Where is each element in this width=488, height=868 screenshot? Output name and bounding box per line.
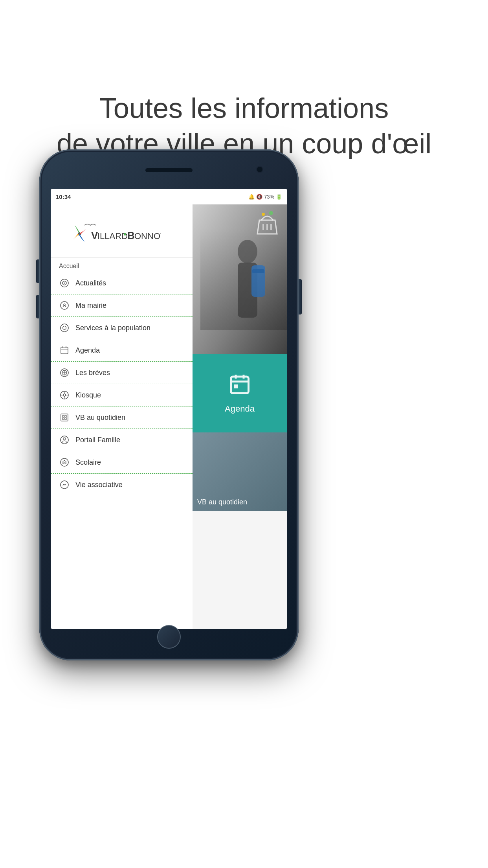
svg-rect-37 <box>252 269 264 273</box>
menu-item-vb-quotidien[interactable]: VB au quotidien <box>51 406 193 429</box>
menu-item-scolaire[interactable]: Scolaire <box>51 451 193 474</box>
home-button[interactable] <box>157 625 181 649</box>
agenda-label: Agenda <box>75 346 100 355</box>
svg-point-28 <box>63 438 66 440</box>
quotidien-tile[interactable]: VB au quotidien <box>193 432 287 511</box>
volume-up-button <box>36 259 39 283</box>
actualites-icon <box>59 278 70 289</box>
drawer-panel: V ILLARD B ONNOT Accueil <box>51 204 193 629</box>
status-time: 10:34 <box>56 193 71 200</box>
svg-text:B: B <box>127 230 135 241</box>
svg-point-21 <box>63 394 66 396</box>
agenda-tile-content: Agenda <box>225 373 255 414</box>
battery-icon: 🔋 <box>276 194 282 200</box>
breves-icon <box>59 367 70 378</box>
svg-rect-38 <box>231 377 248 394</box>
status-bar: 10:34 🔔 🔇 73% 🔋 <box>51 189 287 204</box>
kiosque-label: Kiosque <box>75 391 101 399</box>
vb-quotidien-icon <box>59 412 70 423</box>
menu-section-header: Accueil <box>51 258 193 272</box>
vie-associative-label: Vie associative <box>75 481 123 489</box>
mairie-icon <box>59 300 70 311</box>
svg-rect-23 <box>62 416 64 417</box>
svg-text:ONNOT: ONNOT <box>134 231 161 241</box>
menu-item-agenda[interactable]: Agenda <box>51 339 193 362</box>
svg-point-11 <box>61 324 68 332</box>
breves-label: Les brèves <box>75 369 110 377</box>
actualites-label: Actualités <box>75 279 106 287</box>
status-right: 🔔 🔇 73% 🔋 <box>248 194 282 200</box>
camera <box>256 166 263 173</box>
svg-rect-24 <box>65 416 66 417</box>
svg-rect-30 <box>64 463 65 464</box>
svg-rect-25 <box>62 418 64 419</box>
status-signal: 🔔 🔇 <box>248 194 262 200</box>
scolaire-icon <box>59 457 70 468</box>
menu-item-breves[interactable]: Les brèves <box>51 362 193 384</box>
svg-rect-26 <box>65 418 66 419</box>
status-battery: 73% <box>264 194 274 200</box>
svg-point-10 <box>64 304 65 305</box>
menu-item-kiosque[interactable]: Kiosque <box>51 384 193 406</box>
speaker-grill <box>145 168 193 172</box>
svg-rect-36 <box>251 265 265 297</box>
svg-rect-12 <box>61 347 68 354</box>
svg-point-29 <box>61 458 68 466</box>
scolaire-label: Scolaire <box>75 458 101 467</box>
svg-text:ILLARD: ILLARD <box>97 231 128 241</box>
svg-point-34 <box>238 240 257 263</box>
power-button <box>299 279 302 314</box>
portail-famille-icon <box>59 434 70 445</box>
svg-rect-42 <box>234 384 238 388</box>
svg-rect-35 <box>238 263 257 318</box>
menu-item-vie-associative[interactable]: Vie associative <box>51 474 193 496</box>
vb-quotidien-label: VB au quotidien <box>75 414 125 422</box>
svg-point-3 <box>124 233 126 235</box>
quotidien-tile-content: VB au quotidien <box>193 432 287 511</box>
content-panel: 🔔 4 <box>193 204 287 629</box>
agenda-tile-label: Agenda <box>225 404 255 414</box>
logo-area: V ILLARD B ONNOT <box>51 204 193 258</box>
phone-mockup: 10:34 🔔 🔇 73% 🔋 <box>39 149 322 841</box>
vie-associative-icon <box>59 479 70 490</box>
menu-item-actualites[interactable]: Actualités <box>51 272 193 294</box>
app-content: V ILLARD B ONNOT Accueil <box>51 204 287 629</box>
menu-item-mairie[interactable]: Ma mairie <box>51 294 193 317</box>
app-logo: V ILLARD B ONNOT <box>59 216 185 250</box>
phone-shell: 10:34 🔔 🔇 73% 🔋 <box>39 149 299 660</box>
kiosque-icon <box>59 390 70 401</box>
agenda-tile[interactable]: Agenda <box>193 354 287 432</box>
agenda-tile-icon <box>225 373 255 401</box>
phone-screen: 10:34 🔔 🔇 73% 🔋 <box>51 189 287 629</box>
menu-list: Actualités Ma mairie Ser <box>51 272 193 496</box>
volume-down-button <box>36 295 39 318</box>
quotidien-tile-label: VB au quotidien <box>197 498 247 506</box>
mairie-label: Ma mairie <box>75 302 106 310</box>
menu-item-services[interactable]: Services à la population <box>51 317 193 339</box>
agenda-icon <box>59 345 70 356</box>
portail-famille-label: Portail Famille <box>75 436 120 444</box>
services-label: Services à la population <box>75 324 150 332</box>
svg-rect-22 <box>61 414 68 421</box>
svg-point-8 <box>64 283 65 284</box>
villard-bonnot-logo: V ILLARD B ONNOT <box>59 220 161 246</box>
services-icon <box>59 322 70 333</box>
menu-item-portail-famille[interactable]: Portail Famille <box>51 429 193 451</box>
